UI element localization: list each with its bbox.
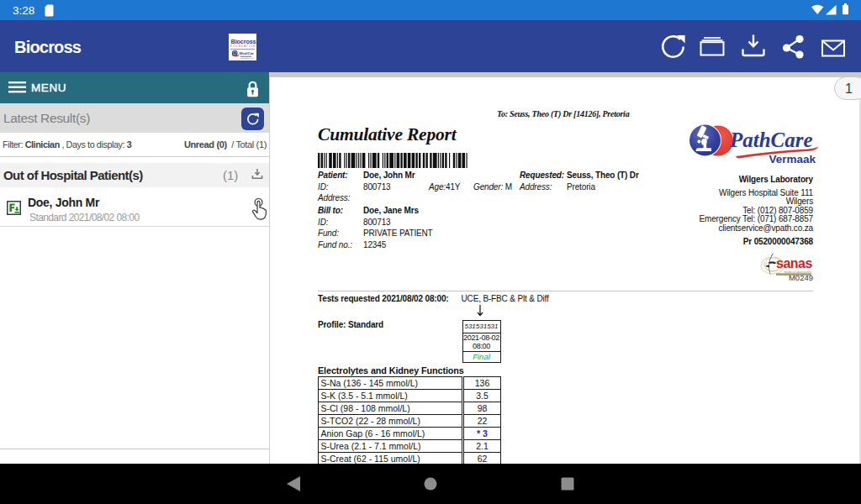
svg-text:Vermaak: Vermaak xyxy=(769,153,816,165)
svg-text:sanas: sanas xyxy=(776,256,812,270)
svg-text:PathCare: PathCare xyxy=(729,129,813,151)
svg-text:M0249: M0249 xyxy=(789,273,813,282)
svg-text:MediCare: MediCare xyxy=(240,51,255,55)
svg-text:committed to medicine: committed to medicine xyxy=(240,57,254,59)
